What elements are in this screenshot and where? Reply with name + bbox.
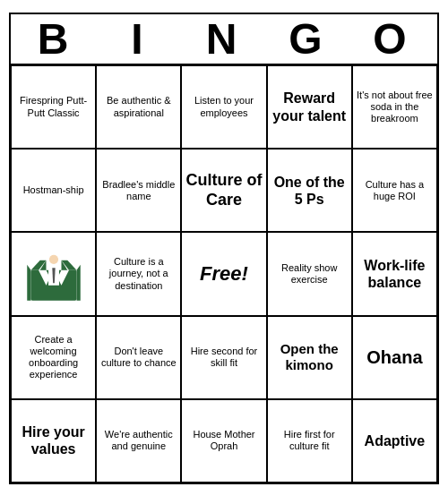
- cell-4-0: Hire your values: [11, 399, 96, 483]
- cell-4-3: Hire first for culture fit: [267, 399, 352, 483]
- cell-1-0: Hostman-ship: [11, 149, 96, 232]
- bingo-board: B I N G O Firespring Putt-Putt Classic B…: [9, 13, 439, 484]
- cell-3-4: Ohana: [352, 316, 437, 399]
- header-o: O: [348, 14, 432, 64]
- cell-0-2: Listen to your employees: [181, 65, 266, 149]
- cell-0-3: Reward your talent: [267, 65, 352, 149]
- cell-1-2: Culture of Care: [181, 149, 266, 232]
- cell-1-4: Culture has a huge ROI: [352, 149, 437, 232]
- cell-0-0: Firespring Putt-Putt Classic: [11, 65, 96, 149]
- svg-rect-11: [48, 255, 57, 264]
- header-i: I: [95, 14, 179, 64]
- cell-0-1: Be authentic & aspirational: [96, 65, 181, 149]
- cell-4-1: We're authentic and genuine: [96, 399, 181, 483]
- cell-3-3: Open the kimono: [267, 316, 352, 399]
- cell-2-3: Reality show exercise: [267, 232, 352, 315]
- header-g: G: [263, 14, 348, 64]
- svg-marker-1: [27, 265, 30, 301]
- cell-1-3: One of the 5 Ps: [267, 149, 352, 232]
- cell-2-0: [11, 232, 96, 315]
- cell-0-4: It's not about free soda in the breakroo…: [352, 65, 437, 149]
- cell-2-1: Culture is a journey, not a destination: [96, 232, 181, 315]
- cell-2-2-free: Free!: [181, 232, 266, 315]
- cell-3-0: Create a welcoming onboarding experience: [11, 316, 96, 399]
- header-b: B: [11, 14, 95, 64]
- cell-4-2: House Mother Oprah: [181, 399, 266, 483]
- svg-marker-2: [76, 265, 80, 301]
- cell-3-1: Don't leave culture to chance: [96, 316, 181, 399]
- cell-2-4: Work-life balance: [352, 232, 437, 315]
- jacket-icon: [23, 244, 84, 304]
- header-n: N: [179, 14, 263, 64]
- cell-1-1: Bradlee's middle name: [96, 149, 181, 232]
- bingo-grid: Firespring Putt-Putt Classic Be authenti…: [9, 64, 439, 484]
- cell-3-2: Hire second for skill fit: [181, 316, 266, 399]
- cell-4-4: Adaptive: [352, 399, 437, 483]
